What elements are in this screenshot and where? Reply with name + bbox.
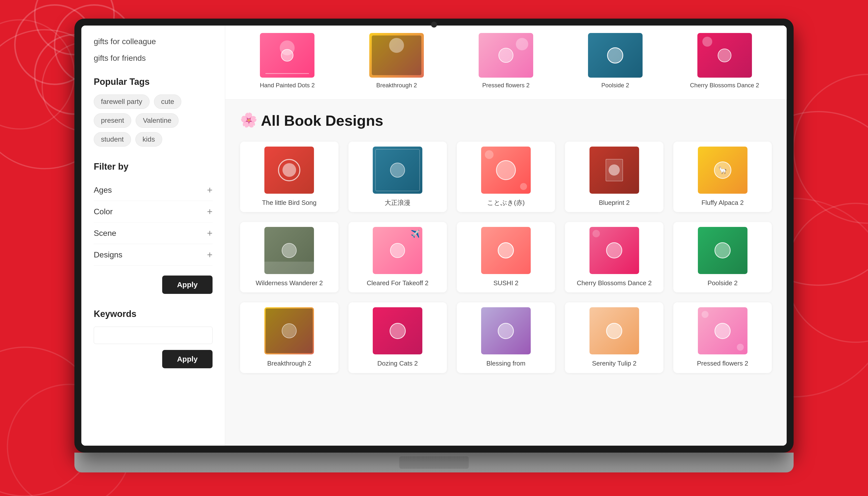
design-card-0-0[interactable]: The little Bird Song: [240, 142, 339, 212]
filter-color[interactable]: Color +: [94, 201, 213, 222]
design-card-name-0-2: ことぶき(赤): [487, 198, 525, 207]
design-card-name-0-4: Fluffy Alpaca 2: [702, 198, 744, 207]
designs-grid-row1: The little Bird Song 大正浪漫: [240, 142, 772, 373]
filter-apply-button[interactable]: Apply: [162, 276, 213, 294]
tag-kids[interactable]: kids: [135, 132, 162, 146]
design-card-img-0-4: 🦙: [698, 146, 747, 194]
design-card-1-0[interactable]: Wilderness Wanderer 2: [240, 222, 339, 292]
design-card-2-0[interactable]: Breakthrough 2: [240, 302, 339, 373]
design-card-img-2-4: [698, 307, 747, 354]
design-card-0-3[interactable]: Blueprint 2: [565, 142, 663, 212]
design-card-2-2[interactable]: Blessing from: [457, 302, 555, 373]
laptop-screen: gifts for colleague gifts for friends Po…: [74, 19, 794, 453]
top-card-4[interactable]: Cherry Blossoms Dance 2: [670, 31, 779, 92]
keywords-title: Keywords: [94, 309, 213, 319]
tag-cute[interactable]: cute: [154, 94, 182, 109]
svg-point-8: [794, 74, 868, 223]
design-card-img-1-3: [589, 227, 639, 274]
design-card-1-3[interactable]: Cherry Blossoms Dance 2: [565, 222, 663, 292]
tags-container: farewell party cute present Valentine st…: [94, 94, 213, 146]
top-card-1[interactable]: Breakthrough 2: [342, 31, 451, 92]
filter-ages[interactable]: Ages +: [94, 179, 213, 201]
laptop-base: [74, 453, 794, 472]
design-card-0-2[interactable]: ことぶき(赤): [457, 142, 555, 212]
top-card-img-4: [697, 33, 752, 78]
design-card-img-1-1: ✈️: [373, 227, 422, 274]
filter-scene[interactable]: Scene +: [94, 222, 213, 244]
popular-tags-title: Popular Tags: [94, 77, 213, 87]
top-card-label-2: Pressed flowers 2: [482, 81, 530, 90]
filter-color-label: Color: [94, 207, 113, 216]
svg-point-2: [0, 20, 74, 129]
design-card-0-1[interactable]: 大正浪漫: [348, 142, 447, 212]
design-card-img-2-2: [481, 307, 531, 354]
design-card-img-2-3: [589, 307, 639, 354]
section-header: 🌸 All Book Designs: [240, 112, 772, 129]
design-card-name-2-1: Dozing Cats 2: [377, 359, 418, 368]
design-card-name-2-2: Blessing from: [486, 359, 526, 368]
section-header-icon: 🌸: [240, 113, 255, 128]
keywords-input[interactable]: [94, 327, 213, 344]
design-card-img-0-0: [264, 146, 314, 194]
sidebar-item-friends[interactable]: gifts for friends: [94, 52, 213, 64]
sidebar-item-colleague[interactable]: gifts for colleague: [94, 35, 213, 48]
filter-scene-label: Scene: [94, 229, 116, 238]
design-card-2-4[interactable]: Pressed flowers 2: [673, 302, 772, 373]
plus-icon-designs: +: [207, 250, 213, 259]
design-card-2-3[interactable]: Serenity Tulip 2: [565, 302, 663, 373]
top-card-0[interactable]: Hand Painted Dots 2: [233, 31, 342, 92]
design-card-2-1[interactable]: Dozing Cats 2: [348, 302, 447, 373]
design-card-img-1-4: [698, 227, 747, 274]
design-card-img-1-2: [481, 227, 531, 274]
top-card-2[interactable]: Pressed flowers 2: [451, 31, 561, 92]
design-card-name-0-0: The little Bird Song: [262, 198, 317, 207]
top-card-label-4: Cherry Blossoms Dance 2: [690, 81, 759, 90]
filter-section: Filter by Ages + Color + Scene + Design: [94, 161, 213, 294]
top-card-label-0: Hand Painted Dots 2: [260, 81, 315, 90]
plus-icon-scene: +: [207, 228, 213, 238]
keywords-section: Keywords Apply: [94, 309, 213, 368]
design-card-1-1[interactable]: ✈️ Cleared For Takeoff 2: [348, 222, 447, 292]
design-card-img-0-2: [481, 146, 531, 194]
design-card-name-0-3: Blueprint 2: [599, 198, 630, 207]
tag-present[interactable]: present: [94, 113, 131, 128]
design-card-img-0-1: [373, 146, 422, 194]
filter-designs[interactable]: Designs +: [94, 244, 213, 266]
screen-content: gifts for colleague gifts for friends Po…: [81, 26, 787, 446]
plus-icon-ages: +: [207, 185, 213, 195]
top-card-label-3: Poolside 2: [601, 81, 629, 90]
top-strip: Hand Painted Dots 2 Breakthrough 2: [225, 26, 787, 100]
tag-farewell-party[interactable]: farewell party: [94, 94, 150, 109]
design-card-img-1-0: [264, 227, 314, 274]
top-card-img-1: [369, 33, 424, 78]
laptop-camera: [431, 21, 437, 28]
filter-by-title: Filter by: [94, 161, 213, 172]
design-card-name-2-3: Serenity Tulip 2: [592, 359, 636, 368]
top-card-3[interactable]: Poolside 2: [560, 31, 670, 92]
designs-section: 🌸 All Book Designs The: [225, 100, 787, 385]
filter-ages-label: Ages: [94, 186, 112, 195]
design-card-1-2[interactable]: SUSHI 2: [457, 222, 555, 292]
design-card-name-1-2: SUSHI 2: [493, 279, 518, 288]
design-card-img-2-1: [373, 307, 422, 354]
tag-student[interactable]: student: [94, 132, 131, 146]
laptop-trackpad: [399, 456, 469, 469]
design-card-0-4[interactable]: 🦙 Fluffy Alpaca 2: [673, 142, 772, 212]
top-card-img-0: [260, 33, 314, 78]
top-card-label-1: Breakthrough 2: [376, 81, 417, 90]
filter-designs-label: Designs: [94, 250, 123, 259]
top-card-img-2: [479, 33, 533, 78]
design-card-name-2-4: Pressed flowers 2: [697, 359, 748, 368]
laptop-container: gifts for colleague gifts for friends Po…: [74, 19, 794, 477]
plus-icon-color: +: [207, 207, 213, 216]
design-card-name-1-0: Wilderness Wanderer 2: [256, 279, 323, 288]
design-card-1-4[interactable]: Poolside 2: [673, 222, 772, 292]
design-card-name-2-0: Breakthrough 2: [267, 359, 311, 368]
design-card-img-0-3: [589, 146, 639, 194]
design-card-name-0-1: 大正浪漫: [385, 198, 410, 207]
design-card-name-1-3: Cherry Blossoms Dance 2: [577, 279, 652, 288]
keywords-apply-button[interactable]: Apply: [162, 350, 213, 368]
section-header-title: All Book Designs: [261, 112, 383, 129]
svg-point-10: [786, 203, 868, 342]
tag-valentine[interactable]: Valentine: [136, 113, 179, 128]
